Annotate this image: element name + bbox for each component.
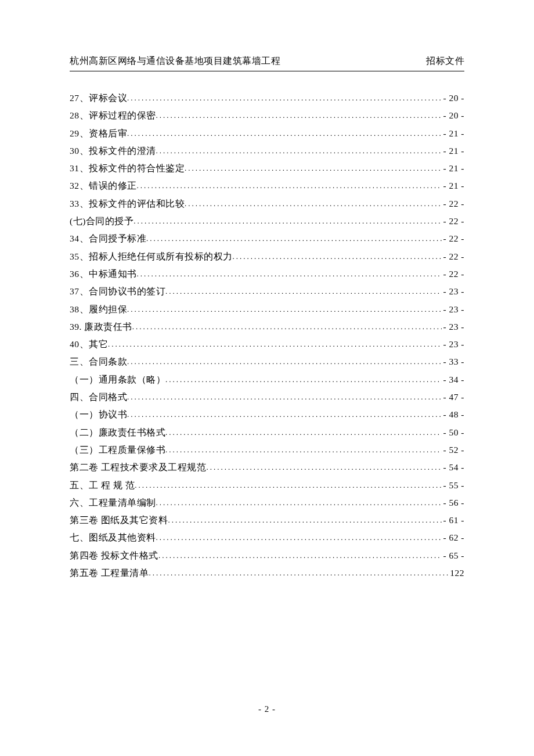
toc-label: 33、投标文件的评估和比较 (70, 199, 185, 208)
toc-label: 37、合同协议书的签订 (70, 287, 165, 296)
toc-page: - 33 - (442, 357, 464, 366)
toc-leader (127, 393, 442, 401)
toc-leader (233, 253, 442, 260)
toc-page: - 55 - (442, 481, 464, 490)
toc-entry: 35、招标人拒绝任何或所有投标的权力- 22 - (70, 252, 464, 261)
toc-label: 38、履约担保 (70, 305, 127, 314)
toc-entry: （一）协议书- 48 - (70, 410, 464, 419)
toc-label: 29、资格后审 (70, 129, 127, 138)
toc-page: - 20 - (442, 93, 464, 103)
toc-entry: 32、错误的修正- 21 - (70, 181, 464, 190)
toc-leader (127, 129, 442, 137)
toc-leader (206, 463, 442, 471)
toc-label: 27、评标会议 (70, 93, 127, 103)
toc-label: 30、投标文件的澄清 (70, 146, 156, 156)
toc-page: - 22 - (442, 234, 464, 243)
toc-leader (127, 305, 442, 313)
toc-entry: 六、工程量清单编制- 56 - (70, 498, 464, 507)
document-page: 杭州高新区网络与通信设备基地项目建筑幕墙工程 招标文件 27、评标会议- 20 … (0, 0, 534, 578)
toc-entry: 34、合同授予标准- 22 - (70, 234, 464, 243)
toc-label: 第四卷 投标文件格式 (70, 551, 158, 560)
toc-entry: 38、履约担保- 23 - (70, 305, 464, 314)
header-title-left: 杭州高新区网络与通信设备基地项目建筑幕墙工程 (70, 55, 280, 67)
toc-leader (134, 217, 442, 225)
toc-page: - 21 - (442, 129, 464, 138)
toc-leader (127, 411, 442, 418)
toc-page: - 62 - (442, 533, 464, 542)
toc-leader (108, 340, 442, 348)
toc-label: 第三卷 图纸及其它资料 (70, 516, 168, 525)
toc-label: 34、合同授予标准 (70, 234, 146, 243)
toc-label: 四、合同格式 (70, 393, 127, 402)
toc-entry: 36、中标通知书- 22 - (70, 269, 464, 279)
toc-leader (149, 569, 449, 577)
toc-page: - 23 - (442, 305, 464, 314)
toc-label: （三）工程质量保修书 (70, 445, 165, 455)
toc-leader (156, 147, 442, 154)
toc-label: 第五卷 工程量清单 (70, 568, 149, 578)
header-title-right: 招标文件 (426, 55, 464, 67)
toc-entry: 33、投标文件的评估和比较- 22 - (70, 199, 464, 208)
toc-entry: 三、合同条款- 33 - (70, 357, 464, 366)
toc-label: 28、评标过程的保密 (70, 111, 156, 120)
toc-leader (156, 111, 442, 119)
toc-entry: (七)合同的授予- 22 - (70, 217, 464, 226)
toc-label: 六、工程量清单编制 (70, 498, 156, 507)
toc-page: - 22 - (442, 217, 464, 226)
toc-entry: 37、合同协议书的签订- 23 - (70, 287, 464, 296)
toc-page: - 61 - (442, 516, 464, 525)
toc-entry: 29、资格后审- 21 - (70, 129, 464, 138)
toc-leader (165, 287, 442, 295)
page-header: 杭州高新区网络与通信设备基地项目建筑幕墙工程 招标文件 (70, 55, 464, 71)
toc-page: - 23 - (442, 322, 464, 332)
toc-label: 36、中标通知书 (70, 269, 137, 279)
toc-label: 三、合同条款 (70, 357, 127, 366)
toc-leader (156, 499, 442, 506)
toc-page: - 23 - (442, 287, 464, 296)
toc-label: （一）通用条款（略） (70, 375, 165, 384)
toc-page: - 20 - (442, 111, 464, 120)
toc-entry: 39. 廉政责任书- 23 - (70, 322, 464, 332)
toc-entry: （三）工程质量保修书- 52 - (70, 445, 464, 455)
toc-entry: 五、工 程 规 范- 55 - (70, 481, 464, 490)
toc-page: - 34 - (442, 375, 464, 384)
toc-entry: 七、图纸及其他资料- 62 - (70, 533, 464, 542)
toc-entry: 28、评标过程的保密- 20 - (70, 111, 464, 120)
toc-entry: 31、投标文件的符合性鉴定- 21 - (70, 164, 464, 173)
toc-page: - 50 - (442, 428, 464, 437)
toc-page: - 56 - (442, 498, 464, 507)
toc-page: - 22 - (442, 252, 464, 261)
toc-leader (165, 376, 442, 383)
toc-leader (135, 481, 442, 489)
toc-entry: 40、其它- 23 - (70, 340, 464, 349)
toc-entry: 30、投标文件的澄清- 21 - (70, 146, 464, 156)
toc-label: (七)合同的授予 (70, 217, 134, 226)
toc-page: - 65 - (442, 551, 464, 560)
toc-entry: 第四卷 投标文件格式- 65 - (70, 551, 464, 560)
toc-label: （一）协议书 (70, 410, 127, 419)
toc-leader (165, 446, 442, 453)
toc-label: 40、其它 (70, 340, 108, 349)
toc-label: 五、工 程 规 范 (70, 481, 135, 490)
table-of-contents: 27、评标会议- 20 - 28、评标过程的保密- 20 - 29、资格后审- … (70, 93, 464, 578)
toc-entry: 第三卷 图纸及其它资料- 61 - (70, 516, 464, 525)
toc-label: 第二卷 工程技术要求及工程规范 (70, 463, 206, 472)
toc-page: - 21 - (442, 146, 464, 156)
toc-page: - 54 - (442, 463, 464, 472)
toc-page: - 47 - (442, 393, 464, 402)
toc-label: 七、图纸及其他资料 (70, 533, 156, 542)
toc-entry: 第二卷 工程技术要求及工程规范- 54 - (70, 463, 464, 472)
toc-page: - 22 - (442, 199, 464, 208)
toc-page: 122 (449, 568, 464, 578)
toc-leader (146, 235, 442, 242)
toc-leader (158, 552, 442, 559)
page-number: - 2 - (0, 704, 534, 714)
toc-page: - 52 - (442, 445, 464, 455)
toc-entry: 27、评标会议- 20 - (70, 93, 464, 103)
toc-label: 35、招标人拒绝任何或所有投标的权力 (70, 252, 233, 261)
toc-leader (132, 323, 442, 330)
toc-label: 39. 廉政责任书 (70, 322, 132, 332)
toc-entry: （二）廉政责任书格式- 50 - (70, 428, 464, 437)
toc-label: 31、投标文件的符合性鉴定 (70, 164, 185, 173)
toc-page: - 22 - (442, 269, 464, 279)
